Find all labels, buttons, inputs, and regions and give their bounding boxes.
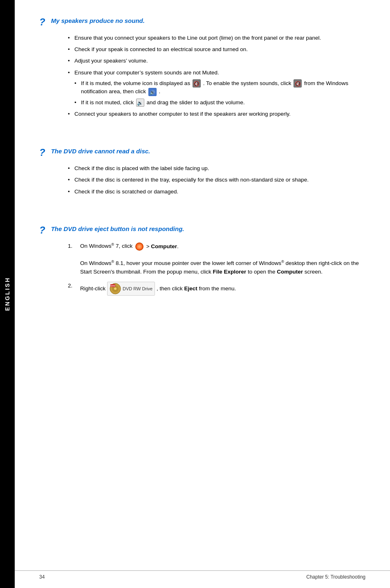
list-item: Check if your speak is connected to an e… [68,45,365,54]
dvd-read-bullet-list: Check if the disc is placed with the lab… [68,164,365,196]
muted-speaker-icon: 🔇 [193,79,201,88]
question-mark-1: ? [39,16,45,28]
muted-sub-list: If it is muted, the volume icon is displ… [74,79,365,107]
muted-click-icon: 🔇 [294,79,302,88]
list-item: Check if the disc is scratched or damage… [68,188,365,196]
step-number-1: 1. [68,242,72,250]
list-item: Adjust your speakers’ volume. [68,57,365,65]
dvd-rw-drive-icon: DVD DVD RW Drive [107,282,155,296]
enable-sound-icon: 🔊 [148,88,157,96]
svg-point-3 [138,245,141,248]
list-item: Connect your speakers to another compute… [68,110,365,118]
question-mark-2: ? [39,147,45,159]
section-gap-2 [39,212,365,224]
volume-slider-icon: 🔉 [136,99,144,107]
numbered-list-item-2: 2. Right-click DVD [68,282,365,296]
question-header-1: ? My speakers produce no sound. [39,16,365,28]
list-item: Check if the disc is centered in the tra… [68,176,365,184]
dvd-rw-drive-label: DVD RW Drive [123,285,152,292]
question-title-3: The DVD drive eject button is not respon… [51,224,184,233]
section-speakers-no-sound: ? My speakers produce no sound. Ensure t… [39,16,365,118]
svg-text:DVD: DVD [111,285,115,287]
list-item: Ensure that you connect your speakers to… [68,34,365,42]
footer-page-number: 34 [39,574,45,580]
dvd-disc-graphic: DVD [110,283,121,294]
section-gap-1 [39,135,365,147]
step-number-2: 2. [68,282,72,290]
list-item: Check if the disc is placed with the lab… [68,164,365,173]
side-tab: ENGLISH [0,0,15,588]
side-tab-label: ENGLISH [4,277,11,311]
section-dvd-cannot-read: ? The DVD drive cannot read a disc. Chec… [39,147,365,196]
windows-start-icon [135,242,144,251]
question-title-2: The DVD drive cannot read a disc. [51,147,150,155]
question-header-2: ? The DVD drive cannot read a disc. [39,147,365,159]
main-content: ? My speakers produce no sound. Ensure t… [15,0,390,337]
footer: 34 Chapter 5: Troubleshooting [15,570,390,580]
question-header-3: ? The DVD drive eject button is not resp… [39,224,365,236]
speakers-bullet-list: Ensure that you connect your speakers to… [68,34,365,119]
step-2-content: Right-click DVD DVD RW Dr [80,282,365,296]
list-item: If it is muted, the volume icon is displ… [74,79,365,96]
numbered-list-item-1: 1. On Windows® 7, click > Computer. [68,242,365,276]
section-dvd-eject: ? The DVD drive eject button is not resp… [39,224,365,296]
list-item: If it is not muted, click 🔉 and drag the… [74,99,365,107]
list-item: Ensure that your computer’s system sound… [68,69,365,107]
question-mark-3: ? [39,224,45,236]
footer-chapter: Chapter 5: Troubleshooting [306,574,365,580]
dvd-eject-numbered-list: 1. On Windows® 7, click > Computer. [68,242,365,296]
svg-point-6 [114,287,117,290]
question-title-1: My speakers produce no sound. [51,16,145,25]
step-1-content: On Windows® 7, click > Computer. On Wind… [80,242,365,276]
